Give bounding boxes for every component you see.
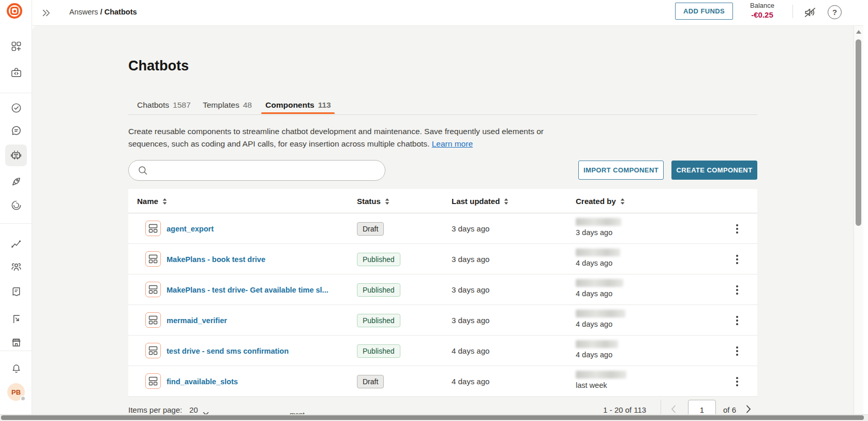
breadcrumb-page: Chatbots xyxy=(104,8,137,16)
row-menu-kebab[interactable] xyxy=(732,345,742,357)
answers-robot-icon[interactable] xyxy=(5,144,27,166)
component-name-link[interactable]: agent_export xyxy=(167,213,214,244)
marketplace-store-icon[interactable] xyxy=(5,331,27,353)
page-count-label: of 6 xyxy=(723,405,736,414)
create-component-button[interactable]: CREATE COMPONENT xyxy=(671,161,757,180)
broadcast-rocket-icon[interactable] xyxy=(5,170,27,192)
last-updated-cell: 3 days ago xyxy=(452,305,489,336)
breadcrumb-separator: / xyxy=(100,8,102,16)
items-per-page-value[interactable]: 20 xyxy=(189,405,198,414)
column-label: Status xyxy=(357,197,381,206)
created-time: 4 days ago xyxy=(576,289,612,298)
collapse-sidebar-icon[interactable] xyxy=(41,8,51,20)
component-name-link[interactable]: MakePlans - test drive- Get available ti… xyxy=(167,274,328,305)
help-icon[interactable]: ? xyxy=(828,5,842,19)
scrollbar-up-arrow[interactable] xyxy=(856,30,861,34)
vertical-scrollbar-thumb[interactable] xyxy=(856,39,861,226)
mute-sound-icon[interactable] xyxy=(803,5,817,20)
moments-target-icon[interactable] xyxy=(5,97,27,119)
row-menu-kebab[interactable] xyxy=(732,253,742,266)
tab-components[interactable]: Components 113 xyxy=(265,100,331,110)
row-menu-kebab[interactable] xyxy=(732,375,742,388)
analytics-chart-icon[interactable] xyxy=(5,233,27,254)
created-time: 3 days ago xyxy=(576,228,612,237)
row-menu-kebab[interactable] xyxy=(732,223,742,235)
status-badge: Draft xyxy=(357,222,384,236)
description-line2: sequences, such as coding and API calls,… xyxy=(128,139,429,148)
docs-book-icon[interactable] xyxy=(5,281,27,302)
exchange-swirl-icon[interactable] xyxy=(5,194,27,216)
conversations-chat-icon[interactable] xyxy=(5,120,27,141)
status-badge: Published xyxy=(357,344,400,358)
apps-grid-icon[interactable] xyxy=(5,35,27,57)
search-box[interactable] xyxy=(128,160,385,181)
last-updated-cell: 3 days ago xyxy=(452,244,489,274)
column-label: Last updated xyxy=(452,197,500,206)
last-updated-cell: 3 days ago xyxy=(452,213,489,244)
table-row: MakePlans - test drive- Get available ti… xyxy=(128,274,757,305)
active-tab-underline xyxy=(261,112,335,114)
column-header-status[interactable]: Status xyxy=(357,189,390,213)
tab-label: Chatbots xyxy=(137,100,169,110)
sidebar-divider xyxy=(0,93,32,93)
sort-icon xyxy=(504,198,508,205)
items-per-page-label: Items per page: xyxy=(128,405,182,414)
column-label: Created by xyxy=(576,197,616,206)
component-icon xyxy=(145,282,161,297)
component-icon xyxy=(145,251,161,267)
component-icon xyxy=(145,221,161,236)
table-row: MakePlans - book test drive Published 3 … xyxy=(128,244,757,274)
tab-chatbots[interactable]: Chatbots 1587 xyxy=(137,100,191,110)
previous-page-chevron-icon[interactable] xyxy=(671,405,676,415)
notifications-bell-icon[interactable] xyxy=(5,358,27,380)
balance-label: Balance xyxy=(750,2,774,9)
tab-count: 1587 xyxy=(173,100,190,110)
component-name-link[interactable]: MakePlans - book test drive xyxy=(167,244,265,274)
table-row: test drive - send sms confirmation Publi… xyxy=(128,336,757,366)
row-menu-kebab[interactable] xyxy=(732,314,742,327)
sort-icon xyxy=(162,198,167,205)
column-header-name[interactable]: Name xyxy=(137,189,167,213)
tabs-divider xyxy=(128,114,757,115)
table-row: mermaid_verifier Published 3 days ago 4 … xyxy=(128,305,757,336)
redacted-creator-name xyxy=(576,340,618,348)
last-updated-cell: 4 days ago xyxy=(452,366,489,397)
component-icon xyxy=(145,373,161,389)
status-badge: Draft xyxy=(357,375,384,388)
balance-block: Balance -€0.25 xyxy=(750,2,774,19)
component-icon xyxy=(145,312,161,328)
redacted-creator-name xyxy=(576,371,626,379)
search-input[interactable] xyxy=(153,163,381,178)
balance-value: -€0.25 xyxy=(750,10,774,19)
redacted-creator-name xyxy=(576,218,621,226)
app-window: Answers / Chatbots ADD FUNDS Balance -€0… xyxy=(0,0,868,421)
status-badge: Published xyxy=(357,283,400,297)
add-funds-button[interactable]: ADD FUNDS xyxy=(675,3,733,20)
presence-dot xyxy=(20,396,26,401)
next-page-chevron-icon[interactable] xyxy=(746,405,751,415)
last-updated-cell: 3 days ago xyxy=(452,274,489,305)
table-header: Name Status Last updated Created by xyxy=(128,189,757,213)
import-component-button[interactable]: IMPORT COMPONENT xyxy=(578,161,664,180)
column-label: Name xyxy=(137,197,158,206)
tab-label: Templates xyxy=(203,100,240,110)
component-name-link[interactable]: mermaid_verifier xyxy=(167,305,227,336)
component-name-link[interactable]: find_available_slots xyxy=(167,366,238,397)
sidebar-divider xyxy=(0,223,32,224)
last-updated-cell: 4 days ago xyxy=(452,336,489,366)
column-header-last-updated[interactable]: Last updated xyxy=(452,189,508,213)
horizontal-scrollbar-thumb[interactable] xyxy=(1,415,864,420)
redacted-creator-name xyxy=(576,249,620,256)
column-header-created-by[interactable]: Created by xyxy=(576,189,625,213)
breadcrumb-section[interactable]: Answers xyxy=(69,8,98,16)
infobip-logo[interactable] xyxy=(7,3,22,19)
dev-toolbox-icon[interactable] xyxy=(5,62,27,83)
description-line1: Create reusable components to streamline… xyxy=(128,125,573,138)
people-icon[interactable] xyxy=(5,256,27,278)
component-name-link[interactable]: test drive - send sms confirmation xyxy=(167,336,289,366)
learn-more-link[interactable]: Learn more xyxy=(432,139,473,148)
created-time: 4 days ago xyxy=(576,259,612,267)
tab-templates[interactable]: Templates 48 xyxy=(203,100,252,110)
row-menu-kebab[interactable] xyxy=(732,284,742,296)
exit-icon[interactable] xyxy=(5,308,27,329)
